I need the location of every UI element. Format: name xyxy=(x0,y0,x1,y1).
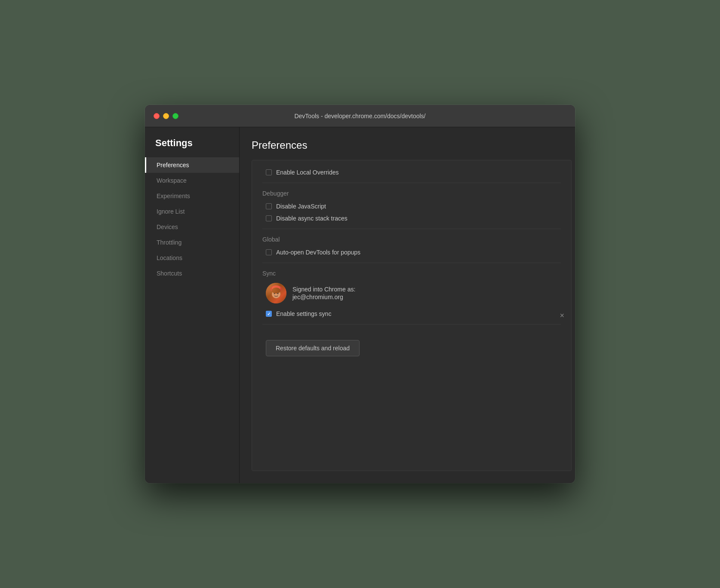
svg-point-4 xyxy=(274,293,275,294)
svg-point-2 xyxy=(272,290,280,298)
minimize-window-button[interactable] xyxy=(163,113,169,119)
settings-title: Settings xyxy=(145,138,239,157)
svg-point-3 xyxy=(272,288,280,294)
enable-local-overrides-checkbox[interactable] xyxy=(266,169,272,175)
svg-point-1 xyxy=(272,285,280,291)
auto-open-devtools-label[interactable]: Auto-open DevTools for popups xyxy=(276,249,360,256)
divider-1 xyxy=(262,183,561,183)
enable-settings-sync-label[interactable]: Enable settings sync xyxy=(276,310,331,317)
window-title: DevTools - developer.chrome.com/docs/dev… xyxy=(294,113,425,119)
sync-section: Signed into Chrome as: jec@chromium.org … xyxy=(262,283,561,317)
window-content: Settings Preferences Workspace Experimen… xyxy=(145,127,575,483)
avatar xyxy=(266,283,286,303)
restore-defaults-button[interactable]: Restore defaults and reload xyxy=(266,340,360,356)
maximize-window-button[interactable] xyxy=(172,113,178,119)
sidebar-nav: Preferences Workspace Experiments Ignore… xyxy=(145,157,239,281)
auto-open-devtools-row: Auto-open DevTools for popups xyxy=(262,249,561,256)
svg-point-5 xyxy=(277,293,279,294)
disable-javascript-row: Disable JavaScript xyxy=(262,203,561,210)
user-email: jec@chromium.org xyxy=(292,294,355,300)
enable-settings-sync-row: Enable settings sync xyxy=(262,310,561,317)
sidebar: Settings Preferences Workspace Experimen… xyxy=(145,127,240,483)
close-window-button[interactable] xyxy=(154,113,160,119)
signed-in-label: Signed into Chrome as: xyxy=(292,286,355,293)
sidebar-item-devices[interactable]: Devices xyxy=(145,219,239,235)
divider-4 xyxy=(262,324,561,325)
devtools-window: DevTools - developer.chrome.com/docs/dev… xyxy=(145,105,575,483)
svg-point-0 xyxy=(270,285,282,292)
enable-local-overrides-label[interactable]: Enable Local Overrides xyxy=(276,169,339,176)
disable-async-stack-traces-label[interactable]: Disable async stack traces xyxy=(276,215,348,222)
disable-javascript-checkbox[interactable] xyxy=(266,203,272,209)
enable-settings-sync-checkbox[interactable] xyxy=(266,311,272,317)
sync-section-title: Sync xyxy=(262,270,561,277)
close-button[interactable]: × xyxy=(560,312,564,319)
sidebar-item-workspace[interactable]: Workspace xyxy=(145,173,239,188)
main-content: Preferences × Enable Local Overrides Deb… xyxy=(240,127,575,483)
title-bar: DevTools - developer.chrome.com/docs/dev… xyxy=(145,105,575,127)
sidebar-item-experiments[interactable]: Experiments xyxy=(145,188,239,204)
sidebar-item-ignore-list[interactable]: Ignore List xyxy=(145,204,239,219)
sidebar-item-locations[interactable]: Locations xyxy=(145,250,239,266)
sync-user-info: Signed into Chrome as: jec@chromium.org xyxy=(292,286,355,300)
debugger-section-title: Debugger xyxy=(262,190,561,197)
avatar-image xyxy=(266,283,286,303)
global-section-title: Global xyxy=(262,236,561,243)
page-title: Preferences xyxy=(252,139,575,151)
sidebar-item-preferences[interactable]: Preferences xyxy=(145,157,239,173)
disable-javascript-label[interactable]: Disable JavaScript xyxy=(276,203,326,210)
avatar-svg xyxy=(266,283,286,303)
sidebar-item-throttling[interactable]: Throttling xyxy=(145,235,239,250)
traffic-lights xyxy=(154,113,178,119)
auto-open-devtools-checkbox[interactable] xyxy=(266,249,272,255)
divider-3 xyxy=(262,263,561,263)
content-panel: × Enable Local Overrides Debugger Disabl… xyxy=(252,160,572,471)
disable-async-stack-traces-row: Disable async stack traces xyxy=(262,215,561,222)
enable-local-overrides-row: Enable Local Overrides xyxy=(262,169,561,176)
disable-async-stack-traces-checkbox[interactable] xyxy=(266,215,272,221)
sidebar-item-shortcuts[interactable]: Shortcuts xyxy=(145,266,239,281)
sync-user-row: Signed into Chrome as: jec@chromium.org xyxy=(262,283,561,303)
divider-2 xyxy=(262,229,561,229)
